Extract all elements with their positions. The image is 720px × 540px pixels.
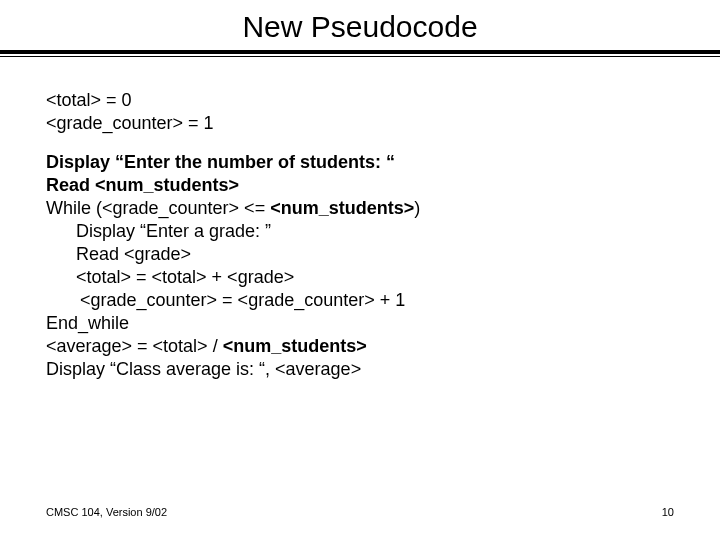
line-total-add: <total> = <total> + <grade> bbox=[46, 266, 674, 289]
course-label: CMSC 104, Version 9/02 bbox=[46, 506, 167, 518]
content-area: <total> = 0 <grade_counter> = 1 Display … bbox=[0, 65, 720, 381]
avg-pre: <average> = <total> / bbox=[46, 336, 223, 356]
while-pre: While (<grade_counter> <= bbox=[46, 198, 270, 218]
init-block: <total> = 0 <grade_counter> = 1 bbox=[46, 89, 674, 135]
init-line-2: <grade_counter> = 1 bbox=[46, 112, 674, 135]
line-display-avg: Display “Class average is: “, <average> bbox=[46, 358, 674, 381]
line-while: While (<grade_counter> <= <num_students>… bbox=[46, 197, 674, 220]
line-average: <average> = <total> / <num_students> bbox=[46, 335, 674, 358]
line-read-num-students: Read <num_students> bbox=[46, 174, 674, 197]
avg-num-students: <num_students> bbox=[223, 336, 367, 356]
slide: New Pseudocode <total> = 0 <grade_counte… bbox=[0, 0, 720, 540]
rule-thin bbox=[0, 56, 720, 57]
page-number: 10 bbox=[662, 506, 674, 518]
line-counter-inc: <grade_counter> = <grade_counter> + 1 bbox=[46, 289, 674, 312]
rule-thick bbox=[0, 50, 720, 54]
line-endwhile: End_while bbox=[46, 312, 674, 335]
line-display-grade: Display “Enter a grade: ” bbox=[46, 220, 674, 243]
line-read-grade: Read <grade> bbox=[46, 243, 674, 266]
line-display-prompt: Display “Enter the number of students: “ bbox=[46, 151, 674, 174]
slide-title: New Pseudocode bbox=[0, 0, 720, 50]
init-line-1: <total> = 0 bbox=[46, 89, 674, 112]
footer: CMSC 104, Version 9/02 10 bbox=[46, 506, 674, 518]
while-num-students: <num_students> bbox=[270, 198, 414, 218]
pseudocode-body: Display “Enter the number of students: “… bbox=[46, 151, 674, 381]
title-rule bbox=[0, 50, 720, 57]
while-post: ) bbox=[414, 198, 420, 218]
